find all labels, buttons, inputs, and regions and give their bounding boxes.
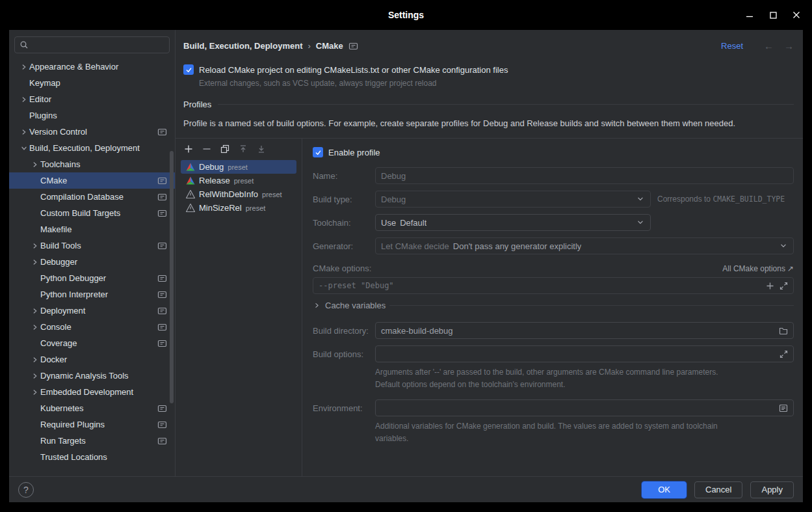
help-button[interactable]: ? — [18, 482, 34, 498]
sidebar-item-dynamic-analysis-tools[interactable]: Dynamic Analysis Tools — [9, 368, 175, 384]
profile-list: Debug preset Release preset RelWithDebIn… — [181, 160, 296, 215]
sidebar-item-python-debugger[interactable]: Python Debugger — [9, 270, 175, 286]
variables-list-icon[interactable] — [779, 404, 788, 412]
sidebar-item-label: Build, Execution, Deployment — [29, 143, 140, 153]
sidebar-item-editor[interactable]: Editor — [9, 91, 175, 107]
sidebar-item-run-targets[interactable]: Run Targets — [9, 433, 175, 449]
sidebar-item-compilation-database[interactable]: Compilation Database — [9, 189, 175, 205]
sidebar-item-docker[interactable]: Docker — [9, 351, 175, 368]
ide-settings-icon — [157, 339, 167, 348]
sidebar-item-deployment[interactable]: Deployment — [9, 303, 175, 319]
chevron-right-icon[interactable] — [29, 258, 40, 267]
copy-profile-button[interactable] — [220, 144, 230, 154]
apply-button[interactable]: Apply — [750, 481, 794, 498]
maximize-button[interactable] — [768, 10, 778, 20]
profile-form: Enable profile Name: Debug Build type: D… — [302, 139, 803, 476]
chevron-down-icon[interactable] — [18, 144, 29, 153]
reload-cmake-checkbox[interactable] — [183, 64, 194, 75]
window-controls — [744, 0, 802, 30]
chevron-right-icon[interactable] — [18, 95, 29, 104]
generator-select[interactable]: Let CMake decide Don't pass any generato… — [375, 237, 794, 254]
sidebar-scrollbar[interactable] — [170, 151, 174, 403]
chevron-down-icon[interactable] — [779, 241, 788, 250]
minimize-button[interactable] — [744, 10, 755, 20]
chevron-down-icon[interactable] — [636, 218, 645, 227]
cancel-button[interactable]: Cancel — [694, 481, 742, 498]
sidebar-item-label: CMake — [40, 176, 67, 185]
chevron-right-icon[interactable] — [29, 160, 40, 169]
build-type-select[interactable]: Debug — [375, 191, 651, 208]
remove-profile-button[interactable] — [202, 144, 212, 154]
sidebar-item-label: Compilation Database — [40, 192, 124, 202]
build-directory-field[interactable]: cmake-build-debug — [375, 322, 794, 339]
move-down-button[interactable] — [256, 144, 267, 154]
sidebar-item-label: Python Debugger — [40, 273, 106, 283]
sidebar-item-plugins[interactable]: Plugins — [9, 107, 175, 124]
forward-arrow[interactable]: → — [784, 40, 794, 51]
name-field[interactable]: Debug — [375, 167, 794, 184]
breadcrumb-parent[interactable]: Build, Execution, Deployment — [183, 41, 302, 51]
cache-variables-toggle[interactable]: Cache variables — [313, 301, 794, 310]
close-button[interactable] — [791, 10, 802, 20]
sidebar-item-cmake[interactable]: CMake — [9, 172, 175, 189]
build-options-field[interactable] — [375, 345, 794, 362]
back-arrow[interactable]: ← — [764, 40, 774, 51]
enable-profile-checkbox[interactable] — [313, 147, 323, 157]
sidebar-item-label: Deployment — [40, 306, 85, 316]
chevron-right-icon[interactable] — [29, 355, 40, 364]
cmake-options-field[interactable]: --preset "Debug" — [313, 277, 794, 294]
sidebar-item-kubernetes[interactable]: Kubernetes — [9, 400, 175, 416]
folder-icon[interactable] — [779, 327, 788, 335]
sidebar-item-label: Custom Build Targets — [40, 208, 120, 218]
add-profile-button[interactable] — [183, 144, 194, 154]
profile-item-debug[interactable]: Debug preset — [181, 160, 296, 174]
section-divider — [218, 104, 794, 105]
sidebar-item-toolchains[interactable]: Toolchains — [9, 156, 175, 172]
ide-settings-icon — [157, 241, 167, 250]
profile-item-relwithdebinfo[interactable]: RelWithDebInfo preset — [181, 187, 296, 201]
sidebar-item-build-tools[interactable]: Build Tools — [9, 237, 175, 254]
chevron-right-icon[interactable] — [18, 62, 29, 72]
search-input[interactable] — [14, 36, 170, 53]
chevron-right-icon[interactable] — [29, 241, 40, 250]
sidebar-item-keymap[interactable]: Keymap — [9, 75, 175, 91]
environment-label: Environment: — [313, 403, 375, 413]
profile-item-release[interactable]: Release preset — [181, 174, 296, 187]
sidebar-item-version-control[interactable]: Version Control — [9, 124, 175, 140]
expand-icon[interactable] — [779, 350, 788, 358]
chevron-right-icon[interactable] — [29, 371, 40, 381]
profile-item-minsizerel[interactable]: MinSizeRel preset — [181, 201, 296, 215]
sidebar-item-embedded-development[interactable]: Embedded Development — [9, 384, 175, 400]
ide-settings-icon — [157, 193, 167, 202]
sidebar-item-debugger[interactable]: Debugger — [9, 254, 175, 270]
sidebar-item-appearance-behavior[interactable]: Appearance & Behavior — [9, 59, 175, 75]
sidebar-item-label: Build Tools — [40, 241, 81, 250]
reset-link[interactable]: Reset — [721, 41, 743, 51]
sidebar-item-custom-build-targets[interactable]: Custom Build Targets — [9, 205, 175, 221]
chevron-right-icon[interactable] — [29, 388, 40, 397]
chevron-right-icon[interactable] — [29, 323, 40, 332]
chevron-right-icon[interactable] — [18, 128, 29, 137]
all-cmake-options-link[interactable]: All CMake options↗ — [722, 264, 794, 273]
breadcrumb-current: CMake — [316, 41, 343, 51]
add-icon[interactable] — [766, 282, 774, 290]
sidebar-item-required-plugins[interactable]: Required Plugins — [9, 416, 175, 433]
toolchain-select[interactable]: Use Default — [375, 214, 651, 231]
breadcrumb-separator: › — [308, 41, 310, 51]
sidebar-item-trusted-locations[interactable]: Trusted Locations — [9, 449, 175, 465]
sidebar-item-console[interactable]: Console — [9, 319, 175, 335]
sidebar-item-build-execution-deployment[interactable]: Build, Execution, Deployment — [9, 140, 175, 156]
move-up-button[interactable] — [238, 144, 248, 154]
chevron-right-icon[interactable] — [29, 306, 40, 316]
build-type-value: Debug — [381, 195, 406, 204]
chevron-down-icon[interactable] — [636, 195, 645, 204]
environment-field[interactable] — [375, 399, 794, 416]
sidebar-item-coverage[interactable]: Coverage — [9, 335, 175, 351]
expand-icon[interactable] — [779, 282, 788, 290]
sidebar-item-makefile[interactable]: Makefile — [9, 221, 175, 237]
ok-button[interactable]: OK — [642, 481, 687, 498]
sidebar-item-python-interpreter[interactable]: Python Interpreter — [9, 286, 175, 303]
ide-settings-icon — [157, 176, 167, 185]
section-divider — [389, 305, 794, 306]
titlebar: Settings — [0, 0, 812, 30]
